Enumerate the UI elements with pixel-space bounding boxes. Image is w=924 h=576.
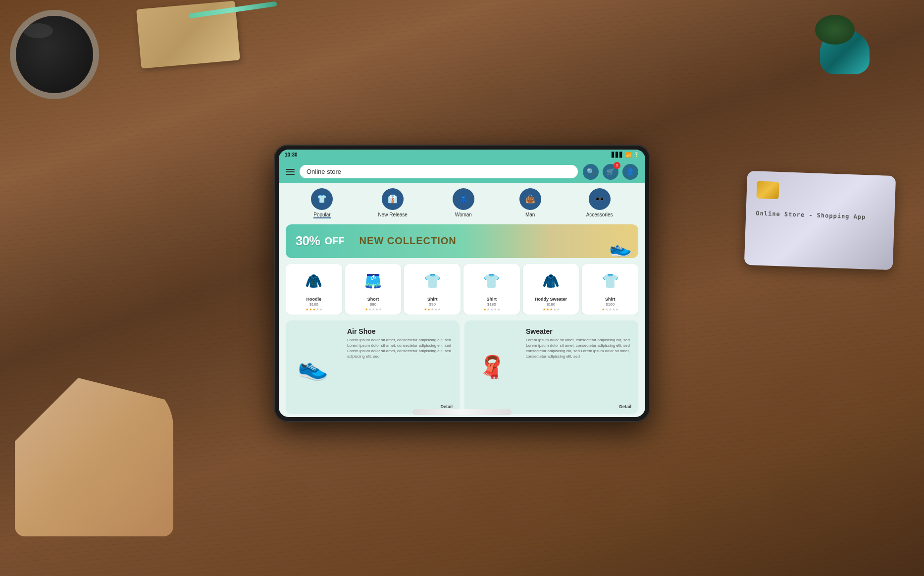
discount-text: 30% (296, 233, 320, 249)
shirt1-stars: ★★★★★ (424, 308, 441, 312)
plant-decoration (805, 5, 884, 84)
sweater-image: 🧣 (469, 350, 514, 384)
popular-icon: 👕 (311, 188, 333, 210)
cart-badge: 1 (614, 162, 620, 169)
sweater-desc: Lorem ipsum dolor sit amet, consectetur … (526, 337, 631, 360)
hoodie-price: $180 (309, 302, 318, 307)
shirt3-price: $160 (606, 302, 615, 307)
wifi-icon: 📶 (625, 152, 631, 157)
profile-button[interactable]: 👤 (622, 164, 638, 180)
battery-icon: 🔋 (633, 152, 639, 157)
shirt3-image: 👕 (595, 268, 625, 295)
credit-card-decoration: Online Store - Shopping App (744, 171, 896, 270)
off-text: OFF (322, 235, 345, 247)
shirt1-name: Shirt (427, 297, 438, 302)
accessories-label: Accessories (586, 212, 613, 217)
nav-icons: 🔍 🛒 1 👤 (583, 164, 638, 180)
category-accessories[interactable]: 🕶️ Accessories (586, 188, 613, 218)
tablet-screen: 10:30 ▋▋▋ 📶 🔋 Online store 🔍 🛒 1 (279, 150, 645, 417)
shirt2-price: $180 (487, 302, 496, 307)
sweater-content: Sweater Lorem ipsum dolor sit amet, cons… (526, 327, 631, 360)
shirt1-image: 👕 (417, 268, 447, 295)
shoes-decoration: 👟 (608, 235, 633, 258)
short-price: $80 (370, 302, 376, 307)
category-navigation: 👕 Popular 👔 New Release 👗 Woman 👜 Man 🕶️… (279, 183, 645, 221)
coffee-cup-decoration (10, 10, 109, 109)
short-name: Short (367, 297, 379, 302)
cart-button[interactable]: 🛒 1 (603, 164, 618, 180)
air-shoe-content: Air Shoe Lorem ipsum dolor sit amet, con… (347, 327, 453, 360)
hoddy-price: $180 (547, 302, 556, 307)
popular-label: Popular (313, 212, 330, 218)
hoodie-name: Hoodie (307, 297, 322, 302)
shirt2-name: Shirt (487, 297, 497, 302)
search-button[interactable]: 🔍 (583, 164, 599, 180)
search-text: Online store (307, 168, 341, 175)
woman-label: Woman (455, 212, 472, 217)
hoddy-stars: ★★★★★ (543, 308, 560, 312)
sweater-title: Sweater (526, 327, 631, 335)
accessories-icon: 🕶️ (589, 188, 611, 210)
product-short[interactable]: 🩳 Short $80 ★★★★★ (345, 264, 402, 314)
tablet-device: 10:30 ▋▋▋ 📶 🔋 Online store 🔍 🛒 1 (274, 145, 650, 422)
apple-pencil (412, 409, 512, 415)
cart-icon: 🛒 (607, 168, 615, 175)
product-hoddy-sweater[interactable]: 🧥 Hoddy Sweater $180 ★★★★★ (523, 264, 579, 314)
woman-icon: 👗 (453, 188, 474, 210)
new-release-icon: 👔 (382, 188, 404, 210)
card-chip (756, 181, 779, 200)
hamburger-menu[interactable] (286, 169, 295, 175)
product-shirt-2[interactable]: 👕 Shirt $180 ★★★★★ (463, 264, 520, 314)
product-shirt-1[interactable]: 👕 Shirt $90 ★★★★★ (404, 264, 461, 314)
category-man[interactable]: 👜 Man (519, 188, 541, 218)
air-shoe-title: Air Shoe (347, 327, 453, 335)
category-woman[interactable]: 👗 Woman (453, 188, 474, 218)
shirt2-image: 👕 (477, 268, 507, 295)
hoodie-image: 🧥 (299, 268, 329, 295)
collection-text: NEW COLLECTION (359, 235, 457, 247)
status-bar: 10:30 ▋▋▋ 📶 🔋 (279, 150, 645, 160)
navigation-bar: Online store 🔍 🛒 1 👤 (279, 160, 645, 183)
category-popular[interactable]: 👕 Popular (311, 188, 333, 218)
hoddy-name: Hoddy Sweater (535, 297, 567, 302)
featured-air-shoe[interactable]: 👟 Air Shoe Lorem ipsum dolor sit amet, c… (286, 320, 460, 414)
shirt1-price: $90 (429, 302, 436, 307)
hoddy-image: 🧥 (536, 268, 566, 295)
status-icons: ▋▋▋ 📶 🔋 (612, 152, 639, 157)
shirt3-name: Shirt (605, 297, 616, 302)
air-shoe-desc: Lorem ipsum dolor sit amet, consectetur … (347, 337, 453, 360)
short-stars: ★★★★★ (365, 308, 382, 312)
profile-icon: 👤 (626, 168, 634, 175)
search-icon: 🔍 (587, 168, 595, 175)
man-icon: 👜 (519, 188, 541, 210)
new-release-label: New Release (378, 212, 407, 217)
promo-banner[interactable]: 30% OFF NEW COLLECTION 👟 (286, 224, 638, 258)
short-image: 🩳 (359, 268, 388, 295)
featured-section: 👟 Air Shoe Lorem ipsum dolor sit amet, c… (286, 320, 638, 414)
search-bar[interactable]: Online store (300, 165, 578, 178)
card-number: Online Store - Shopping App (756, 208, 885, 223)
air-shoe-image: 👟 (291, 350, 335, 384)
air-shoe-detail-button[interactable]: Detail (440, 404, 453, 409)
status-time: 10:30 (285, 152, 298, 157)
hoodie-stars: ★★★★★ (306, 308, 322, 312)
product-hoodie[interactable]: 🧥 Hoodie $180 ★★★★★ (286, 264, 342, 314)
product-shirt-3[interactable]: 👕 Shirt $160 ★★★★★ (582, 264, 638, 314)
shirt3-stars: ★★★★★ (602, 308, 618, 312)
shirt2-stars: ★★★★★ (483, 308, 500, 312)
sweater-detail-button[interactable]: Detail (619, 404, 631, 409)
man-label: Man (525, 212, 535, 217)
featured-sweater[interactable]: 🧣 Sweater Lorem ipsum dolor sit amet, co… (464, 320, 638, 414)
signal-icon: ▋▋▋ (612, 152, 623, 157)
products-row: 🧥 Hoodie $180 ★★★★★ 🩳 Short $80 ★★★★★ 👕 … (286, 264, 638, 314)
category-new-release[interactable]: 👔 New Release (378, 188, 407, 218)
